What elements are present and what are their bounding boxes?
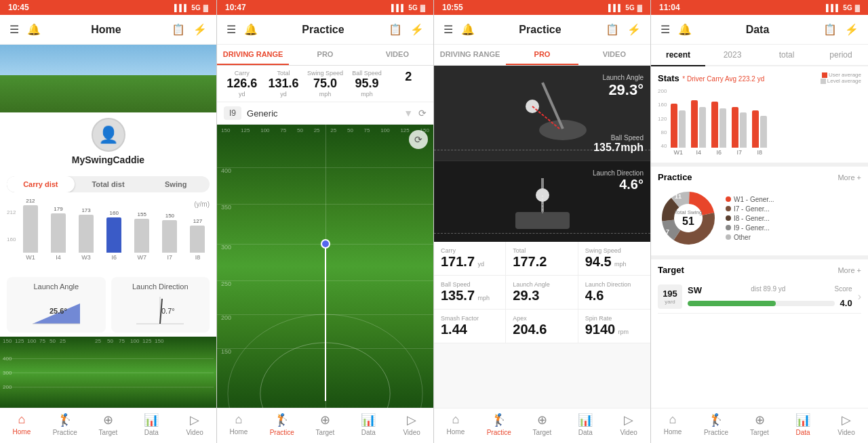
tab-total[interactable]: Total dist [75,176,142,192]
header-right-4[interactable]: 📋 ⚡ [823,23,859,36]
sub-tabs-3: DRIVING RANGE PRO VIDEO [434,45,650,66]
nav-data-3[interactable]: 📊 Data [564,413,607,436]
video-icon-3: ▷ [624,413,633,427]
bar-i6: 160 I6 [102,210,126,261]
time-3: 10:55 [442,3,463,12]
club-refresh-icon-2[interactable]: ⟳ [418,108,427,119]
bluetooth-icon-1[interactable]: ⚡ [193,23,207,36]
doc-icon-4[interactable]: 📋 [823,23,837,36]
nav-practice-2[interactable]: 🏌 Practice [260,413,304,436]
page-title-1: Home [91,24,121,36]
nav-home-2[interactable]: ⌂ Home [217,413,260,436]
menu-icon-1[interactable]: ☰ [9,23,19,36]
bottom-nav-4: ⌂ Home 🏌 Practice ⊕ Target 📊 Data ▷ Vide… [651,408,868,443]
tab-total[interactable]: total [760,45,814,66]
bell-icon-1[interactable]: 🔔 [27,23,41,36]
nav-video-1[interactable]: ▷ Video [173,413,216,436]
target-more[interactable]: More + [837,266,861,274]
nav-target-2[interactable]: ⊕ Target [304,413,347,436]
svg-rect-13 [515,212,570,229]
doc-icon-3[interactable]: 📋 [606,23,619,36]
home-icon-2: ⌂ [235,413,242,427]
bar-chart: 212 W1 179 I4 173 W3 160 I6 [18,209,210,263]
nav-data-label-4: Data [795,429,810,436]
nav-video-label-2: Video [403,429,420,436]
app-header-2: ☰ 🔔 Practice 📋 ⚡ [217,15,433,45]
pro-stat-total: Total 177.2 [506,242,578,276]
menu-icon-3[interactable]: ☰ [443,23,453,36]
practice-title: Practice [658,172,692,182]
data-icon-4: 📊 [795,413,810,427]
app-header-4: ☰ 🔔 Data 📋 ⚡ [651,15,868,45]
tab-pro-3[interactable]: PRO [506,45,578,65]
nav-video-label-4: Video [837,429,854,436]
menu-icon-4[interactable]: ☰ [660,23,670,36]
tab-driving-range-2[interactable]: DRIVING RANGE [217,45,289,65]
pro-stat-smash: Smash Factor 1.44 [434,310,506,343]
refresh-btn-2[interactable]: ⟳ [409,130,428,149]
nav-home-1[interactable]: ⌂ Home [0,413,43,436]
signal-type-3: 5G [625,4,634,12]
bluetooth-icon-3[interactable]: ⚡ [627,23,641,36]
tab-period[interactable]: period [814,45,868,66]
nav-target-1[interactable]: ⊕ Target [87,413,130,436]
nav-target-3[interactable]: ⊕ Target [521,413,564,436]
header-left-4[interactable]: ☰ 🔔 [660,23,692,36]
pro-video-top: Launch Angle 29.3° Ball Speed 135.7mph [434,66,650,161]
nav-video-2[interactable]: ▷ Video [390,413,433,436]
doc-icon-2[interactable]: 📋 [389,23,402,36]
nav-target-4[interactable]: ⊕ Target [738,413,781,436]
signal-icon-2: ▌▌▌ [391,4,406,12]
bell-icon-2[interactable]: 🔔 [244,23,258,36]
ball-speed-badge: Ball Speed 135.7mph [593,134,644,154]
time-4: 11:04 [659,3,680,12]
data-icon-2: 📊 [361,413,376,427]
practice-stats-2: Carry 126.6 yd Total 131.6 yd Swing Spee… [217,66,433,102]
nav-practice-3[interactable]: 🏌 Practice [477,413,521,436]
header-right-3[interactable]: 📋 ⚡ [606,23,641,36]
nav-video-3[interactable]: ▷ Video [607,413,650,436]
header-left-icons-1[interactable]: ☰ 🔔 [9,23,41,36]
nav-practice-4[interactable]: 🏌 Practice [694,413,738,436]
tab-driving-range-3[interactable]: DRIVING RANGE [434,45,506,65]
header-right-icons-1[interactable]: 📋 ⚡ [172,23,207,36]
bell-icon-3[interactable]: 🔔 [461,23,475,36]
bluetooth-icon-2[interactable]: ⚡ [410,23,424,36]
app-header-3: ☰ 🔔 Practice 📋 ⚡ [434,15,650,45]
nav-data-1[interactable]: 📊 Data [130,413,173,436]
tab-swing[interactable]: Swing [142,176,210,192]
header-left-3[interactable]: ☰ 🔔 [443,23,475,36]
tab-recent[interactable]: recent [651,45,705,66]
status-bar-3: 10:55 ▌▌▌ 5G ▓ [434,0,650,15]
header-right-2[interactable]: 📋 ⚡ [389,23,424,36]
pro-stat-swing: Swing Speed 94.5 mph [578,242,650,276]
nav-video-4[interactable]: ▷ Video [825,413,868,436]
bell-icon-4[interactable]: 🔔 [678,23,692,36]
nav-data-label-3: Data [578,429,593,436]
menu-icon-2[interactable]: ☰ [226,23,236,36]
header-left-2[interactable]: ☰ 🔔 [226,23,258,36]
nav-data-2[interactable]: 📊 Data [347,413,390,436]
target-chevron[interactable]: › [858,291,861,303]
club-dropdown-icon-2[interactable]: ▼ [403,108,413,119]
stat-carry-2: Carry 126.6 yd [222,70,261,98]
target-title: Target [658,265,684,275]
bluetooth-icon-4[interactable]: ⚡ [845,23,859,36]
nav-data-4[interactable]: 📊 Data [781,413,825,436]
data-icon-3: 📊 [578,413,593,427]
nav-target-label-4: Target [750,429,769,436]
practice-more[interactable]: More + [837,173,861,182]
tab-pro-2[interactable]: PRO [289,45,361,65]
tab-2023[interactable]: 2023 [705,45,760,66]
nav-practice-1[interactable]: 🏌 Practice [43,413,87,436]
launch-angle-badge: Launch Angle 29.3° [602,74,644,99]
tab-video-2[interactable]: VIDEO [361,45,433,65]
target-row-1[interactable]: 195 yard SW dist 89.9 yd Score 4.0 [658,280,861,314]
club-selector-2[interactable]: I9 Generic ▼ ⟳ [217,102,433,125]
tab-video-3[interactable]: VIDEO [578,45,650,65]
phone1: 10:45 ▌▌▌ 5G ▓ ☰ 🔔 Home 📋 ⚡ 👤 MySwingCad… [0,0,217,443]
doc-icon-1[interactable]: 📋 [172,23,185,36]
nav-home-3[interactable]: ⌂ Home [434,413,477,436]
nav-home-4[interactable]: ⌂ Home [651,413,694,436]
tab-carry[interactable]: Carry dist [7,176,75,192]
